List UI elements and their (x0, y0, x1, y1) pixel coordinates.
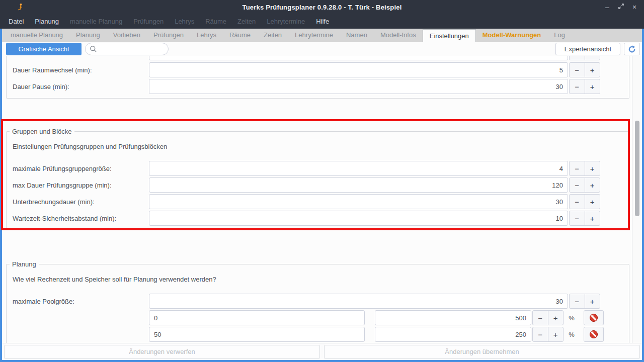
plus-button[interactable]: + (585, 63, 600, 77)
tab-lehrys[interactable]: Lehrys (190, 29, 223, 42)
close-button[interactable]: × (631, 0, 638, 14)
tab-modell-infos[interactable]: Modell-Infos (374, 29, 423, 42)
settings-content: − + Dauer Raumwechsel (min): 5 − (2, 56, 642, 343)
spin-value[interactable]: 30 (149, 79, 568, 94)
minus-button[interactable]: − (533, 327, 548, 341)
spin-value[interactable]: 4 (149, 161, 568, 176)
threshold-spinbox: 250 − + (375, 327, 564, 342)
scrollbar-thumb[interactable] (635, 121, 639, 216)
footer-bar: Änderungen verwerfen Änderungen übernehm… (2, 343, 642, 360)
menu-zeiten: Zeiten (232, 14, 261, 29)
plus-button[interactable]: + (585, 195, 600, 209)
minus-button[interactable]: − (570, 56, 585, 60)
minus-button[interactable]: − (570, 161, 585, 175)
tab-log[interactable]: Log (547, 29, 572, 42)
plus-button[interactable]: + (585, 56, 600, 60)
minus-button[interactable]: − (570, 195, 585, 209)
form-row-poolgroesse: maximale Poolgröße: 30 − + (13, 294, 600, 309)
row-label: Unterbrechungsdauer (min): (13, 198, 149, 206)
form-row-unterbrechung: Unterbrechungsdauer (min): 30 − + (13, 194, 600, 209)
window-frame: manuelle Planung Planung Vorlieben Prüfu… (0, 29, 644, 362)
settings-form: − + Dauer Raumwechsel (min): 5 − (2, 56, 632, 343)
plus-button[interactable]: + (585, 178, 600, 192)
stop-icon (589, 313, 598, 322)
menubar: Datei Planung manuelle Planung Prüfungen… (0, 14, 644, 29)
plus-button[interactable]: + (585, 161, 600, 175)
spin-value[interactable]: 30 (149, 194, 568, 209)
form-row-raumwechsel: Dauer Raumwechsel (min): 5 − + (13, 62, 600, 77)
minus-button[interactable]: − (570, 178, 585, 192)
group-legend: Planung (10, 260, 39, 268)
discard-changes-button[interactable]: Änderungen verwerfen (4, 345, 320, 359)
row-label: maximale Prüfungsgruppengröße: (13, 165, 149, 172)
expert-view-button[interactable]: Expertenansicht (555, 43, 620, 55)
minus-button[interactable]: − (570, 63, 585, 77)
spin-value[interactable]: 500 (375, 310, 531, 325)
tab-lehrytermine[interactable]: Lehrytermine (288, 29, 340, 42)
group-planung: Planung Wie viel Rechenzeit und Speicher… (6, 260, 629, 343)
menu-pruefungen: Prüfungen (128, 14, 169, 29)
minimize-button[interactable]: – (604, 0, 611, 14)
plus-button[interactable]: + (585, 211, 600, 225)
row-label: Wartezeit-Sicherheitsabstand (min): (13, 215, 149, 222)
search-input[interactable] (99, 44, 168, 54)
menu-raeume: Räume (200, 14, 232, 29)
tab-pruefungen[interactable]: Prüfungen (147, 29, 190, 42)
tab-planung[interactable]: Planung (69, 29, 107, 42)
spinbox-poolgroesse: 30 − + (149, 294, 600, 309)
vertical-scrollbar[interactable] (632, 56, 642, 343)
menu-manuelle-planung: manuelle Planung (64, 14, 128, 29)
threshold-spinbox: 500 − + (375, 310, 564, 325)
spinbox-gruppengroesse: 4 − + (149, 161, 600, 176)
menu-hilfe[interactable]: Hilfe (310, 14, 335, 29)
threshold-row: 0 500 − + % (13, 310, 606, 325)
plus-button[interactable]: + (585, 79, 600, 94)
toolbar-right: Expertenansicht (555, 43, 640, 55)
restore-icon (618, 3, 624, 10)
tab-vorlieben[interactable]: Vorlieben (107, 29, 147, 42)
minus-button[interactable]: − (570, 211, 585, 225)
tab-manuelle-planung[interactable]: manuelle Planung (4, 29, 69, 42)
menu-planung[interactable]: Planung (29, 14, 64, 29)
row-label: Dauer Raumwechsel (min): (13, 66, 149, 74)
search-icon (90, 45, 97, 53)
tab-namen[interactable]: Namen (340, 29, 374, 42)
group-description: Wie viel Rechenzeit und Speicher soll fü… (13, 275, 623, 284)
group-legend: Gruppen und Blöcke (10, 128, 74, 135)
plus-button[interactable]: + (548, 311, 564, 325)
minus-button[interactable]: − (570, 294, 585, 308)
threshold-row: 50 250 − + % (13, 327, 606, 342)
plus-button[interactable]: + (548, 327, 564, 341)
delete-row-button[interactable] (584, 310, 604, 325)
tab-einstellungen[interactable]: Einstellungen (423, 29, 476, 42)
minus-button[interactable]: − (533, 311, 548, 325)
spin-value[interactable]: 120 (149, 177, 568, 193)
group-gruppen-und-bloecke: Gruppen und Blöcke Einstellungen Prüfung… (6, 128, 629, 230)
menu-datei[interactable]: Datei (3, 14, 29, 29)
row-label: Dauer Pause (min): (13, 83, 149, 90)
refresh-button[interactable] (624, 43, 640, 55)
tab-zeiten[interactable]: Zeiten (257, 29, 288, 42)
spinbox-wartezeit: 10 − + (149, 211, 600, 226)
percent-label: % (566, 331, 578, 338)
tab-raeume[interactable]: Räume (223, 29, 257, 42)
restore-button[interactable] (617, 0, 624, 14)
search-field[interactable] (85, 43, 169, 55)
tab-modell-warnungen[interactable]: Modell-Warnungen (476, 29, 548, 42)
plus-button[interactable]: + (585, 294, 600, 308)
spinbox-unterbrechung: 30 − + (149, 194, 600, 209)
threshold-input[interactable]: 50 (149, 327, 365, 342)
minus-button[interactable]: − (570, 79, 585, 94)
spin-value[interactable]: 5 (149, 62, 568, 77)
spin-value[interactable]: 10 (149, 211, 568, 226)
form-row-pause: Dauer Pause (min): 30 − + (13, 79, 600, 94)
spin-value[interactable]: 250 (375, 327, 531, 342)
spinbox-clipped[interactable]: − + (149, 56, 600, 60)
apply-changes-button[interactable]: Änderungen übernehmen (324, 345, 640, 359)
form-row-wartezeit: Wartezeit-Sicherheitsabstand (min): 10 −… (13, 211, 600, 226)
graphic-view-button[interactable]: Grafische Ansicht (6, 43, 82, 55)
form-row-gruppengroesse: maximale Prüfungsgruppengröße: 4 − + (13, 161, 600, 176)
delete-row-button[interactable] (584, 327, 604, 342)
threshold-input[interactable]: 0 (149, 310, 365, 325)
spin-value[interactable]: 30 (149, 294, 568, 309)
